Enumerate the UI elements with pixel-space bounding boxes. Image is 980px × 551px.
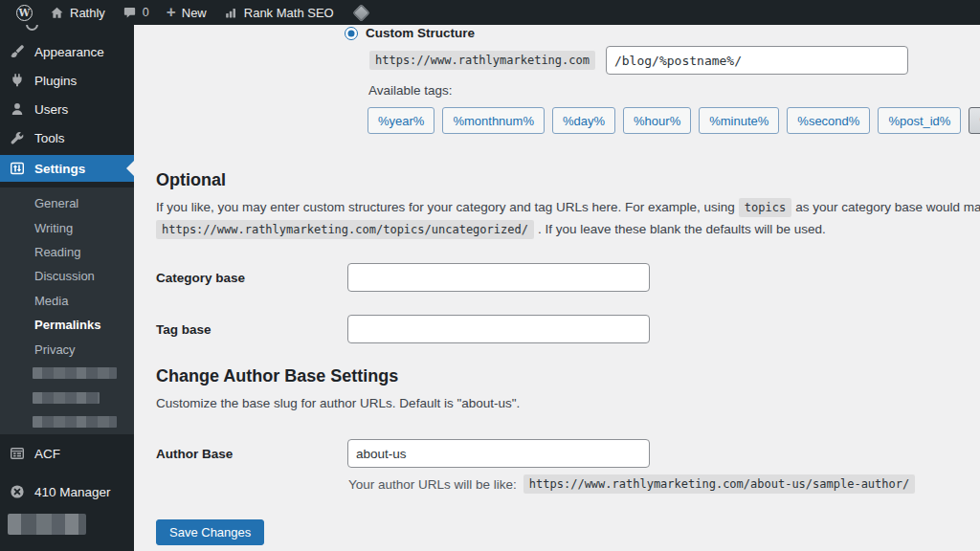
tag-base-input[interactable] <box>347 315 650 343</box>
bar-chart-icon <box>224 6 238 20</box>
submenu-item-permalinks[interactable]: Permalinks <box>0 313 134 337</box>
diamond-icon <box>352 4 369 21</box>
site-url-prefix: https://www.rathlymarketing.com <box>369 51 595 70</box>
submenu-label: Writing <box>34 221 73 235</box>
comment-count: 0 <box>143 6 149 19</box>
sidebar-item-label: Settings <box>34 162 85 176</box>
submenu-label: General <box>34 196 78 210</box>
author-url-example-code: https://www.rathlymarketing.com/about-us… <box>523 474 915 494</box>
sidebar-item-label: ACF <box>34 447 60 461</box>
tag-button-year[interactable]: %year% <box>368 107 434 134</box>
submenu-label: Privacy <box>34 342 76 357</box>
redacted-label <box>33 416 117 428</box>
sidebar-item-label: Appearance <box>34 45 104 59</box>
author-base-description: Customize the base slug for author URLs.… <box>156 396 520 410</box>
sidebar-item-plugins[interactable]: Plugins <box>0 66 134 95</box>
optional-description-line2: https://www.rathlymarketing.com/topics/u… <box>156 222 826 236</box>
sidebar-item-settings[interactable]: Settings <box>0 155 134 182</box>
custom-structure-input-row: https://www.rathlymarketing.com <box>369 46 908 75</box>
available-tags-row: %year% %monthnum% %day% %hour% %minute% … <box>368 107 980 134</box>
new-content-button[interactable]: + New <box>158 0 215 25</box>
tag-button-second[interactable]: %second% <box>787 107 870 134</box>
wordpress-logo-icon: W <box>16 5 33 21</box>
author-url-help: Your author URLs will be like: https://w… <box>348 474 915 494</box>
submenu-item-discussion[interactable]: Discussion <box>0 264 134 288</box>
optional-description-line1: If you like, you may enter custom struct… <box>156 200 980 214</box>
text-segment: If you like, you may enter custom struct… <box>156 200 735 214</box>
sidebar-item-label: Tools <box>34 131 65 145</box>
redacted-label <box>33 392 100 404</box>
sidebar-item-appearance[interactable]: Appearance <box>0 37 134 66</box>
plugin-icon <box>10 73 25 88</box>
text-segment: as your category base would make your ca… <box>795 200 980 214</box>
comments-link[interactable]: 0 <box>114 0 158 25</box>
submenu-label: Reading <box>34 245 80 259</box>
comment-bubble-icon <box>122 6 137 20</box>
sidebar-item-label: 410 Manager <box>34 485 111 499</box>
submenu-item-media[interactable]: Media <box>0 289 134 313</box>
topics-code: topics <box>739 198 791 217</box>
custom-structure-label: Custom Structure <box>366 26 475 40</box>
example-url-code: https://www.rathlymarketing.com/topics/u… <box>156 220 534 239</box>
tag-button-post-id[interactable]: %post_id% <box>878 107 961 134</box>
tag-button-day[interactable]: %day% <box>552 107 615 134</box>
wrench-icon <box>10 130 25 145</box>
custom-structure-option: Custom Structure <box>345 26 475 40</box>
submenu-item-redacted[interactable] <box>0 386 134 409</box>
tag-button-postname[interactable]: %postname% <box>969 107 980 134</box>
plus-icon: + <box>167 4 176 20</box>
settings-submenu: General Writing Reading Discussion Media… <box>0 187 134 434</box>
sidebar-item-410-manager[interactable]: 410 Manager <box>0 477 134 506</box>
custom-structure-input[interactable] <box>606 46 908 75</box>
tag-base-label: Tag base <box>156 322 212 337</box>
submenu-label: Permalinks <box>34 318 100 332</box>
admin-sidebar: Appearance Plugins Users Tools Settings … <box>0 25 134 551</box>
new-label: New <box>182 6 207 20</box>
home-icon <box>50 6 64 20</box>
permalinks-settings-content: Custom Structure https://www.rathlymarke… <box>134 25 980 551</box>
redacted-label <box>33 367 117 379</box>
rank-math-badge[interactable] <box>343 0 376 25</box>
submenu-label: Discussion <box>34 269 95 283</box>
save-changes-button[interactable]: Save Changes <box>156 519 264 545</box>
submenu-item-writing[interactable]: Writing <box>0 215 134 239</box>
user-icon <box>10 101 25 117</box>
optional-heading: Optional <box>156 170 226 190</box>
admin-bar: W Rathly 0 + New Rank Math SEO <box>0 0 980 25</box>
sidebar-item-users[interactable]: Users <box>0 95 134 123</box>
rank-math-seo-menu[interactable]: Rank Math SEO <box>215 0 343 25</box>
available-tags-label: Available tags: <box>368 83 453 98</box>
submenu-item-redacted[interactable] <box>0 410 134 434</box>
tag-button-minute[interactable]: %minute% <box>699 107 779 134</box>
author-base-input[interactable] <box>347 439 650 468</box>
circle-x-icon <box>10 484 25 499</box>
submenu-item-general[interactable]: General <box>0 191 134 215</box>
category-base-label: Category base <box>156 271 245 285</box>
category-base-input[interactable] <box>347 263 650 292</box>
site-link[interactable]: Rathly <box>41 0 114 25</box>
sidebar-item-acf[interactable]: ACF <box>0 439 134 468</box>
author-base-heading: Change Author Base Settings <box>156 366 398 386</box>
rank-math-label: Rank Math SEO <box>244 6 334 20</box>
wordpress-menu-button[interactable]: W <box>8 0 41 25</box>
submenu-item-redacted[interactable] <box>0 362 134 386</box>
brush-icon <box>10 44 25 59</box>
site-name: Rathly <box>70 6 105 20</box>
settings-sliders-icon <box>10 161 25 176</box>
submenu-item-privacy[interactable]: Privacy <box>0 337 134 361</box>
custom-structure-radio[interactable] <box>345 27 358 40</box>
sidebar-item-label: Users <box>34 102 68 117</box>
sidebar-item-tools[interactable]: Tools <box>0 123 134 152</box>
submenu-item-reading[interactable]: Reading <box>0 240 134 264</box>
tag-button-monthnum[interactable]: %monthnum% <box>442 107 545 134</box>
author-base-label: Author Base <box>156 447 233 461</box>
sidebar-item-redacted[interactable] <box>8 514 86 535</box>
grid-card-icon <box>10 446 25 461</box>
tag-button-hour[interactable]: %hour% <box>623 107 691 134</box>
submenu-label: Media <box>34 294 68 308</box>
text-segment: . If you leave these blank the defaults … <box>538 222 826 236</box>
sidebar-item-label: Plugins <box>34 74 77 88</box>
help-prefix: Your author URLs will be like: <box>348 477 517 492</box>
